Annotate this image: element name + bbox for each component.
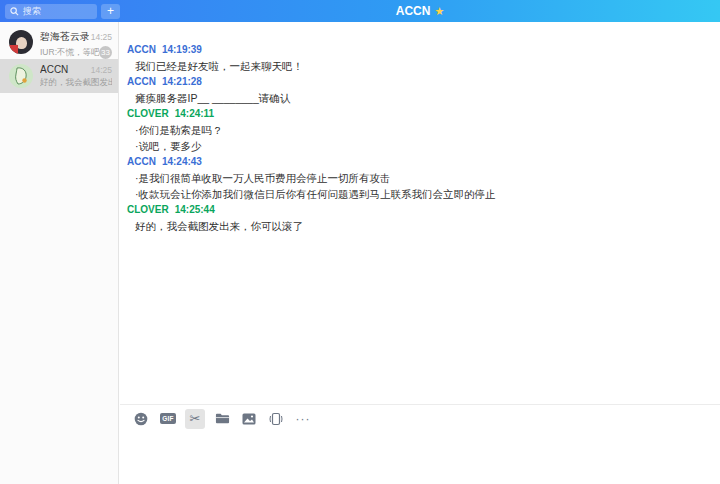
gif-icon[interactable]: GIF: [158, 409, 178, 429]
avatar: [9, 64, 33, 88]
message-group: ACCN14:19:39 我们已经是好友啦，一起来聊天吧！: [127, 42, 710, 74]
chat-panel: ACCN14:19:39 我们已经是好友啦，一起来聊天吧！ ACCN14:21:…: [120, 22, 720, 484]
more-options-icon[interactable]: ···: [293, 409, 313, 429]
message-timestamp: 14:24:43: [162, 156, 202, 167]
contact-name: 碧海苍云录: [40, 30, 89, 44]
message-text: 我们已经是好友啦，一起来聊天吧！: [127, 58, 710, 74]
image-icon[interactable]: [239, 409, 259, 429]
chat-title: ACCN: [396, 4, 431, 18]
emoji-icon[interactable]: [131, 409, 151, 429]
message-preview: IUR:不慌，等吧: [40, 47, 99, 59]
top-bar: 搜索 + ACCN ★: [0, 0, 720, 22]
avatar: [9, 30, 33, 54]
search-input[interactable]: 搜索: [5, 4, 97, 19]
message-timestamp: 14:24:11: [175, 108, 214, 119]
message-group: ACCN14:24:43 ·是我们很简单收取一万人民币费用会停止一切所有攻击 ·…: [127, 154, 710, 202]
message-text: ·你们是勒索是吗？: [127, 122, 710, 138]
add-contact-button[interactable]: +: [101, 4, 120, 19]
message-timestamp: 14:19:39: [162, 44, 202, 55]
sender-name: CLOVER: [127, 108, 169, 119]
qq-chat-window: 搜索 + ACCN ★ 碧海苍云录 14:25 IUR:不慌，等吧 33: [0, 0, 720, 484]
sender-name: CLOVER: [127, 204, 169, 215]
message-timestamp: 14:21:28: [162, 76, 202, 87]
file-folder-icon[interactable]: [212, 409, 232, 429]
message-text: ·是我们很简单收取一万人民币费用会停止一切所有攻击: [127, 170, 710, 186]
unread-badge: 33: [99, 46, 112, 59]
sender-name: ACCN: [127, 44, 156, 55]
sender-name: ACCN: [127, 76, 156, 87]
message-text: ·收款玩会让你添加我们微信日后你有任何问题遇到马上联系我们会立即的停止: [127, 186, 710, 202]
message-text: 瘫痪服务器IP__ ________请确认: [127, 90, 710, 106]
message-preview: 好的，我会截图发出…: [40, 77, 112, 89]
message-timestamp: 14:25:44: [175, 204, 215, 215]
sender-name: ACCN: [127, 156, 156, 167]
input-toolbar: GIF ✂: [120, 404, 720, 432]
message-group: CLOVER14:25:44 好的，我会截图发出来，你可以滚了: [127, 202, 710, 234]
screenshot-scissors-icon[interactable]: ✂: [185, 409, 205, 429]
search-icon: [10, 7, 19, 16]
star-icon: ★: [434, 5, 444, 18]
last-message-time: 14:25: [91, 65, 112, 75]
conversation-sidebar: 碧海苍云录 14:25 IUR:不慌，等吧 33 ACCN 14:25 好的，我…: [0, 22, 119, 484]
message-group: ACCN14:21:28 瘫痪服务器IP__ ________请确认: [127, 74, 710, 106]
contact-name: ACCN: [40, 64, 89, 75]
message-text: 好的，我会截图发出来，你可以滚了: [127, 218, 710, 234]
conversation-item-accn[interactable]: ACCN 14:25 好的，我会截图发出…: [0, 59, 118, 93]
message-text: ·说吧，要多少: [127, 138, 710, 154]
last-message-time: 14:25: [91, 32, 112, 42]
conversation-item-bihai[interactable]: 碧海苍云录 14:25 IUR:不慌，等吧 33: [0, 25, 118, 59]
window-shake-icon[interactable]: [266, 409, 286, 429]
chat-header: ACCN ★: [120, 0, 720, 22]
message-group: CLOVER14:24:11 ·你们是勒索是吗？ ·说吧，要多少: [127, 106, 710, 154]
message-history: ACCN14:19:39 我们已经是好友啦，一起来聊天吧！ ACCN14:21:…: [120, 22, 720, 404]
message-input[interactable]: [120, 432, 720, 484]
search-placeholder: 搜索: [23, 5, 41, 18]
